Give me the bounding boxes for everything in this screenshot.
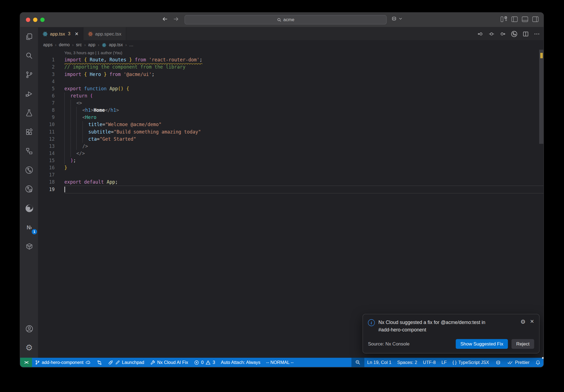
run-icon[interactable] [511,30,518,37]
code-line[interactable]: 3import { Hero } from '@acme/ui'; [38,71,543,78]
launchpad-status-item[interactable]: Launchpad [105,358,147,367]
more-actions-icon[interactable] [534,31,540,37]
language-mode-status-item[interactable]: { } TypeScript JSX [450,358,492,367]
notifications-bell-status-item[interactable] [532,358,543,367]
code-line[interactable]: 1import { Route, Routes } from 'react-ro… [38,56,543,64]
zoom-out-status-item[interactable] [351,358,364,367]
notification-source: Source: Nx Console [368,341,410,347]
zoom-window-button[interactable] [40,18,45,22]
launchpad-label: Launchpad [122,360,144,365]
close-window-button[interactable] [26,18,30,22]
breadcrumb-item[interactable]: apps [43,42,53,47]
indentation-status-item[interactable]: Spaces: 2 [394,358,420,367]
settings-gear-icon[interactable]: ⚙ [22,341,36,355]
nav-forward-icon[interactable] [500,31,506,37]
nx-console-icon[interactable]: N› 1 [22,220,36,234]
minimize-window-button[interactable] [33,18,37,22]
encoding-status-item[interactable]: UTF-8 [420,358,438,367]
copilot-icon [495,360,501,365]
reject-button[interactable]: Reject [511,339,534,349]
search-value: acme [283,17,294,22]
code-line[interactable]: 6return ( [38,92,543,100]
toggle-primary-sidebar-button[interactable] [511,17,517,22]
navigate-back-icon[interactable] [162,16,169,22]
breadcrumb-item[interactable]: app [88,42,95,47]
notification-close-icon[interactable]: ✕ [530,319,534,325]
edge-browser-icon[interactable] [22,201,36,215]
tab-app-tsx[interactable]: app.tsx 3 ✕ [38,27,83,40]
containers-icon[interactable] [22,239,36,254]
problems-status-item[interactable]: 0 3 [191,358,218,367]
git-compare-status-item[interactable] [94,358,105,367]
code-line[interactable]: 8<h1>Home</h1> [38,107,543,114]
code-line[interactable]: 4 [38,78,543,85]
chevron-down-icon[interactable] [398,17,402,20]
account-icon[interactable] [22,322,36,336]
bell-unread-dot [542,357,544,359]
commit-graph-icon[interactable] [22,163,36,177]
toggle-panel-button[interactable] [522,17,528,22]
code-line[interactable]: 19 [38,186,543,193]
text-cursor [64,186,65,192]
code-line[interactable]: 13/> [38,143,543,150]
code-line[interactable]: 15); [38,157,543,164]
code-line[interactable]: 2// importing the component from the lib… [38,64,543,71]
code-line[interactable]: 16} [38,164,543,172]
cloud-upload-icon [85,360,91,365]
copilot-status-item[interactable] [492,358,504,367]
auto-attach-status-item[interactable]: Auto Attach: Always [218,358,263,367]
testing-icon[interactable] [22,106,36,120]
tab-app-spec-tsx[interactable]: app.spec.tsx [83,27,126,40]
code-editor[interactable]: You, 3 hours ago | 1 author (You) 1impor… [38,50,543,358]
toggle-secondary-sidebar-button[interactable] [532,17,538,22]
breadcrumb-item[interactable]: demo [59,42,70,47]
code-line[interactable]: 18export default App; [38,179,543,186]
vscode-window: acme [20,12,544,367]
navigate-forward-icon[interactable] [173,16,179,22]
code-line[interactable]: 12cta="Get Started" [38,135,543,143]
nav-back-icon[interactable] [477,31,483,37]
code-line[interactable]: 11subtitle="Build something amazing toda… [38,128,543,135]
prettier-status-item[interactable]: Prettier [504,358,532,367]
copilot-icon[interactable] [391,15,397,21]
vim-mode-status-item[interactable]: -- NORMAL -- [263,358,297,367]
search-view-icon[interactable] [22,48,36,63]
code-line[interactable]: 5export function App() { [38,85,543,92]
nx-cloud-fix-status-item[interactable]: Nx Cloud AI Fix [147,358,191,367]
editor-scrollbar[interactable] [539,50,544,144]
split-editor-icon[interactable] [523,31,529,37]
close-tab-icon[interactable]: ✕ [75,31,78,37]
tab-problems-badge: 3 [68,31,70,36]
bell-dot-icon [535,360,541,365]
customize-layout-button[interactable] [501,17,507,22]
gitlens-inspect-icon[interactable] [22,182,36,196]
breadcrumb-item[interactable]: src [76,42,82,47]
remote-indicator[interactable]: >< [20,358,32,367]
breadcrumb-item[interactable]: app.tsx [109,42,123,47]
info-icon: i [368,319,375,326]
notification-message: Nx Cloud suggested a fix for @acme/demo:… [378,319,498,334]
command-center-search[interactable]: acme [185,15,387,24]
eol-status-item[interactable]: LF [439,358,450,367]
code-line[interactable]: 9<Hero [38,114,543,121]
branch-status-item[interactable]: add-hero-component [32,358,94,367]
warning-count: 3 [213,360,215,365]
code-line[interactable]: 10title="Welcmoe @acme/demo" [38,121,543,128]
code-line[interactable]: 17 [38,172,543,179]
notification-settings-gear-icon[interactable]: ⚙ [520,319,526,325]
rocket-icon [108,360,113,365]
breadcrumb-item[interactable]: … [129,42,134,47]
show-suggested-fix-button[interactable]: Show Suggested Fix [456,339,508,349]
source-control-icon[interactable] [22,68,36,82]
extensions-icon[interactable] [22,125,36,139]
explorer-icon[interactable] [22,29,36,44]
cursor-position-status-item[interactable]: Ln 19, Col 1 [364,358,394,367]
references-icon[interactable] [22,144,36,158]
git-blame-lens[interactable]: You, 3 hours ago | 1 author (You) [64,50,544,56]
code-line[interactable]: 14</> [38,150,543,157]
double-check-icon [507,360,513,365]
nav-position-icon[interactable] [489,31,495,37]
warning-triangle-icon [205,360,211,365]
code-line[interactable]: 7<> [38,100,543,107]
run-and-debug-icon[interactable] [22,87,36,101]
